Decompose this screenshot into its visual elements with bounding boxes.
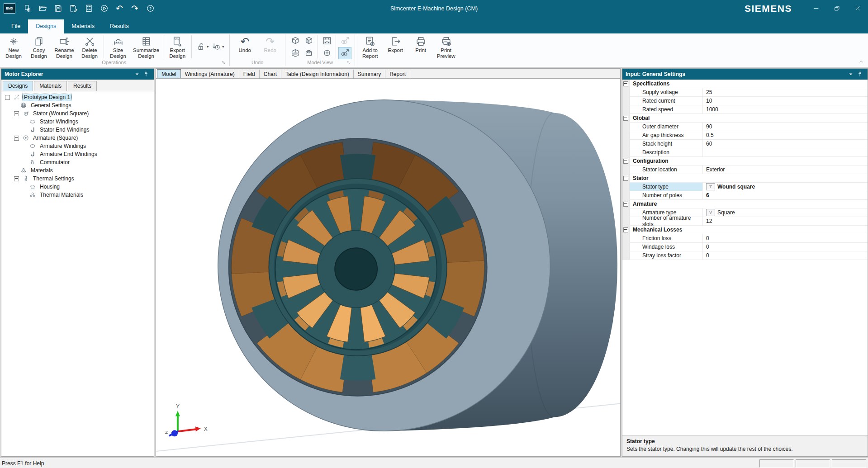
explorer-tab-designs[interactable]: Designs — [3, 81, 33, 91]
pin-icon[interactable] — [142, 71, 151, 78]
property-row[interactable]: Stator locationExterior — [622, 165, 868, 174]
chevron-down-icon[interactable] — [133, 71, 142, 78]
delete-design-button[interactable]: DeleteDesign — [77, 34, 102, 59]
dialog-launcher-icon[interactable] — [346, 60, 352, 66]
property-row[interactable]: Supply voltage25 — [622, 88, 868, 97]
property-row[interactable]: Windage loss0 — [622, 243, 868, 251]
property-value[interactable]: 0 — [703, 234, 868, 242]
lock-button[interactable]: ▾ — [196, 42, 209, 52]
rename-design-button[interactable]: RenameDesign — [52, 34, 77, 59]
tree-item[interactable]: Stator (Wound Square) — [1, 109, 154, 118]
tree-item[interactable]: Armature (Square) — [1, 134, 154, 142]
property-label[interactable]: Stator location — [630, 165, 703, 174]
tree-item[interactable]: General Settings — [1, 101, 154, 109]
property-value[interactable]: 6 — [703, 191, 868, 199]
property-label[interactable]: Windage loss — [630, 243, 703, 251]
menu-tab-materials[interactable]: Materials — [64, 19, 102, 33]
property-group-row[interactable]: Mechanical Losses — [622, 226, 868, 234]
explorer-tab-results[interactable]: Results — [68, 81, 97, 91]
property-label[interactable]: Stator type — [630, 183, 703, 191]
workspace-tab-summary[interactable]: Summary — [354, 70, 385, 78]
show-hide-icon[interactable] — [339, 35, 351, 47]
redo-icon[interactable]: ↷ — [128, 2, 141, 15]
workspace-tab-chart[interactable]: Chart — [260, 70, 281, 78]
tree-expand-box[interactable] — [5, 95, 10, 100]
property-group-row[interactable]: Stator — [622, 174, 868, 183]
tree-item[interactable]: Armature Windings — [1, 142, 154, 150]
chevron-down-icon[interactable] — [846, 71, 855, 78]
tree-item[interactable]: Thermal Settings — [1, 175, 154, 183]
property-row[interactable]: Outer diameter90 — [622, 123, 868, 131]
collapse-ribbon-icon[interactable] — [858, 58, 864, 65]
save-icon[interactable] — [52, 2, 64, 15]
menu-tab-file[interactable]: File — [4, 19, 28, 33]
undo-button[interactable]: ↶Undo — [232, 34, 257, 59]
export-button[interactable]: Export — [383, 34, 408, 59]
property-label[interactable]: Number of poles — [630, 191, 703, 199]
help-icon[interactable]: ? — [144, 2, 157, 15]
property-row[interactable]: Air gap thickness0.5 — [622, 131, 868, 140]
group-collapse-box[interactable] — [623, 202, 628, 207]
menu-tab-designs[interactable]: Designs — [28, 19, 64, 33]
section-view-icon[interactable] — [289, 47, 301, 59]
workspace-tab-report[interactable]: Report — [385, 70, 410, 78]
tree-item[interactable]: Materials — [1, 166, 154, 175]
tree-item[interactable]: Stator End Windings — [1, 126, 154, 134]
workspace-tab-field[interactable]: Field — [239, 70, 260, 78]
property-value[interactable]: 0.5 — [703, 131, 868, 139]
property-label[interactable]: Supply voltage — [630, 88, 703, 96]
tree-item[interactable]: Prototype Design 1 — [1, 93, 154, 101]
summarize-design-button[interactable]: SummarizeDesign — [131, 34, 161, 59]
run-icon[interactable] — [98, 2, 110, 15]
group-collapse-box[interactable] — [623, 176, 628, 181]
property-value[interactable]: 25 — [703, 88, 868, 96]
tree-expand-box[interactable] — [14, 111, 19, 116]
group-collapse-box[interactable] — [623, 159, 628, 164]
property-value[interactable]: Exterior — [703, 165, 868, 174]
report-list-icon[interactable] — [82, 2, 95, 15]
zoom-in-icon[interactable] — [321, 47, 333, 59]
workspace-tab-table-design-information-[interactable]: Table (Design Information) — [281, 70, 354, 78]
property-group-row[interactable]: Configuration — [622, 157, 868, 165]
open-icon[interactable] — [36, 2, 49, 15]
property-row[interactable]: Rated speed1000 — [622, 105, 868, 114]
property-row[interactable]: Number of armature slots12 — [622, 217, 868, 226]
group-collapse-box[interactable] — [623, 81, 628, 86]
pin-icon[interactable] — [855, 71, 864, 78]
property-value[interactable]: 10 — [703, 97, 868, 105]
minimize-button[interactable] — [806, 0, 826, 17]
undo-icon[interactable]: ↶ — [113, 2, 126, 15]
property-value[interactable]: 0 — [703, 243, 868, 251]
save-as-icon[interactable] — [67, 2, 80, 15]
motor-3d-render[interactable]: YXZ — [156, 79, 620, 456]
iso-view-icon[interactable] — [289, 35, 301, 47]
property-value[interactable] — [703, 148, 868, 156]
app-icon[interactable]: EMD — [4, 3, 15, 14]
dialog-launcher-icon[interactable] — [221, 60, 227, 66]
property-label[interactable]: Rated current — [630, 97, 703, 105]
tree-item[interactable]: Stator Windings — [1, 118, 154, 126]
menu-tab-results[interactable]: Results — [102, 19, 137, 33]
property-group-row[interactable]: Armature — [622, 200, 868, 208]
property-label[interactable]: Outer diameter — [630, 123, 703, 131]
property-row[interactable]: Number of poles6 — [622, 191, 868, 200]
property-label[interactable]: Stray loss factor — [630, 251, 703, 260]
property-row[interactable]: Friction loss0 — [622, 234, 868, 243]
group-collapse-box[interactable] — [623, 227, 628, 232]
plane-view-icon[interactable] — [303, 47, 315, 59]
tree-expand-box[interactable] — [14, 136, 19, 141]
property-value[interactable]: VSquare — [703, 208, 868, 217]
workspace-tab-windings-armature-[interactable]: Windings (Armature) — [181, 70, 239, 78]
print-button[interactable]: Print — [408, 34, 433, 59]
property-value[interactable]: 90 — [703, 123, 868, 131]
property-value[interactable]: 1000 — [703, 105, 868, 113]
explorer-tab-materials[interactable]: Materials — [34, 81, 67, 91]
tree-expand-box[interactable] — [14, 176, 19, 181]
property-row[interactable]: Stator typeTWound square — [622, 183, 868, 191]
property-value[interactable]: 60 — [703, 140, 868, 148]
property-label[interactable]: Rated speed — [630, 105, 703, 113]
new-design-button[interactable]: NewDesign — [1, 34, 26, 59]
history-button[interactable]: ▾ — [212, 42, 224, 52]
size-design-button[interactable]: SizeDesign — [105, 34, 131, 59]
copy-design-button[interactable]: CopyDesign — [26, 34, 52, 59]
